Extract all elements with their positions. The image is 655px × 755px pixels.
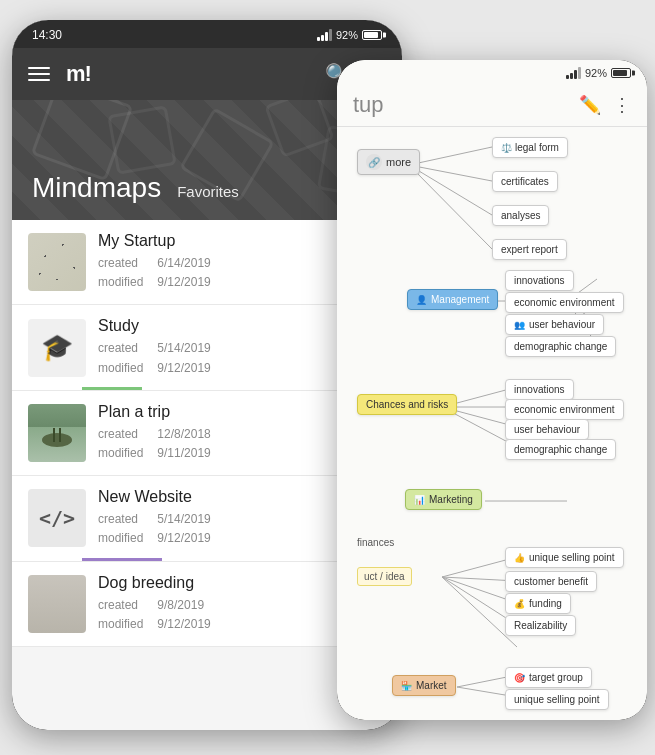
item-title: Study xyxy=(98,317,324,335)
item-meta: created 5/14/2019 modified 9/12/2019 xyxy=(98,339,324,377)
more-button-right[interactable]: ⋮ xyxy=(613,94,631,116)
mm-node-market[interactable]: 🏪 Market xyxy=(392,675,456,696)
tab-favorites[interactable]: Favorites xyxy=(177,183,239,200)
svg-line-0 xyxy=(409,147,492,165)
item-meta: created 6/14/2019 modified 9/12/2019 xyxy=(98,254,324,292)
item-meta: created 9/8/2019 modified 9/12/2019 xyxy=(98,596,324,634)
item-meta: created 5/14/2019 modified 9/12/2019 xyxy=(98,510,324,548)
mm-node-funding[interactable]: 💰 funding xyxy=(505,593,571,614)
battery-icon-right xyxy=(611,68,631,78)
mindmap-toolbar: tup ✏️ ⋮ xyxy=(337,84,647,127)
status-bar-left: 14:30 92% xyxy=(12,20,402,48)
header-title: Mindmaps xyxy=(32,172,161,204)
mm-node-realizability[interactable]: Realizability xyxy=(505,615,576,636)
item-title: My Startup xyxy=(98,232,324,250)
item-meta: created 12/8/2018 modified 9/11/2019 xyxy=(98,425,324,463)
mm-node-legal-form[interactable]: ⚖️ legal form xyxy=(492,137,568,158)
mm-node-customer-benefit[interactable]: customer benefit xyxy=(505,571,597,592)
battery-icon xyxy=(362,30,382,40)
mm-node-innovations[interactable]: innovations xyxy=(505,270,574,291)
item-title: Plan a trip xyxy=(98,403,324,421)
right-phone: 92% tup ✏️ ⋮ xyxy=(337,60,647,720)
node-icon: 🔗 xyxy=(366,154,382,170)
mm-node-analyses[interactable]: analyses xyxy=(492,205,549,226)
mm-node-certificates[interactable]: certificates xyxy=(492,171,558,192)
item-thumb-website: </> xyxy=(28,489,86,547)
time: 14:30 xyxy=(32,28,62,42)
app-logo: m! xyxy=(66,61,91,87)
mm-node-economic-env[interactable]: economic environment xyxy=(505,292,624,313)
item-thumb-dog xyxy=(28,575,86,633)
svg-line-2 xyxy=(409,165,492,215)
scene: 14:30 92% m! xyxy=(0,0,655,755)
mm-node-marketing[interactable]: 📊 Marketing xyxy=(405,489,482,510)
mm-node-user-behaviour[interactable]: 👥 user behaviour xyxy=(505,314,604,335)
battery-text: 92% xyxy=(336,29,358,41)
mm-node-more[interactable]: 🔗 more xyxy=(357,149,420,175)
mm-node-sub3[interactable]: user behaviour xyxy=(505,419,589,440)
signal-icon xyxy=(317,29,332,41)
mm-node-unique-selling[interactable]: 👍 unique selling point xyxy=(505,547,624,568)
mindmap-title: tup xyxy=(353,92,384,118)
mm-node-target-group[interactable]: 🎯 target group xyxy=(505,667,592,688)
mm-node-management[interactable]: 👤 Management xyxy=(407,289,498,310)
menu-button[interactable] xyxy=(28,67,50,81)
code-icon: </> xyxy=(39,506,75,530)
edit-button[interactable]: ✏️ xyxy=(579,94,601,116)
item-thumb-study: 🎓 xyxy=(28,319,86,377)
mindmap-canvas: 🔗 more ⚖️ legal form certificates analys… xyxy=(337,127,647,720)
mm-node-finances[interactable]: finances xyxy=(357,537,394,548)
mm-node-product-idea[interactable]: uct / idea xyxy=(357,567,412,586)
status-bar-right: 92% xyxy=(337,60,647,84)
mm-node-demographic[interactable]: demographic change xyxy=(505,336,616,357)
battery-text-right: 92% xyxy=(585,67,607,79)
mm-node-sub1[interactable]: innovations xyxy=(505,379,574,400)
mm-node-chances-risks[interactable]: Chances and risks xyxy=(357,394,457,415)
mm-node-sub2[interactable]: economic environment xyxy=(505,399,624,420)
color-bar-purple xyxy=(82,558,162,561)
svg-line-1 xyxy=(409,165,492,181)
color-bar-green xyxy=(82,387,142,390)
item-title: New Website xyxy=(98,488,324,506)
mm-node-expert-report[interactable]: expert report xyxy=(492,239,567,260)
item-thumb-trip xyxy=(28,404,86,462)
mm-node-target2[interactable]: unique selling point xyxy=(505,689,609,710)
mm-node-sub4[interactable]: demographic change xyxy=(505,439,616,460)
item-thumb-startup xyxy=(28,233,86,291)
svg-line-3 xyxy=(409,165,492,249)
signal-icon-right xyxy=(566,67,581,79)
graduation-icon: 🎓 xyxy=(41,332,73,363)
item-title: Dog breeding xyxy=(98,574,324,592)
